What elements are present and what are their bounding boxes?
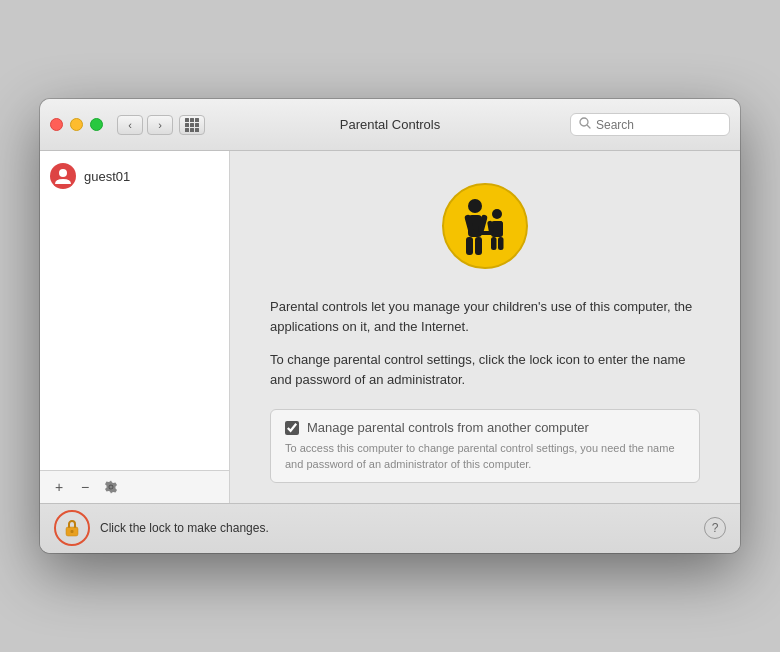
lock-icon (61, 517, 83, 539)
traffic-lights (50, 118, 103, 131)
svg-rect-19 (71, 524, 73, 528)
manage-checkbox[interactable] (285, 421, 299, 435)
user-list: guest01 (40, 151, 229, 470)
close-button[interactable] (50, 118, 63, 131)
minimize-button[interactable] (70, 118, 83, 131)
checkbox-section: Manage parental controls from another co… (270, 409, 700, 483)
lock-text: Click the lock to make changes. (100, 521, 694, 535)
main-window: ‹ › Parental Controls (40, 99, 740, 553)
sidebar: guest01 + − (40, 151, 230, 503)
svg-rect-8 (466, 237, 473, 255)
checkbox-description: To access this computer to change parent… (285, 441, 685, 472)
grid-view-button[interactable] (179, 115, 205, 135)
maximize-button[interactable] (90, 118, 103, 131)
sidebar-toolbar: + − (40, 470, 229, 503)
parental-controls-icon (440, 181, 530, 271)
lock-button[interactable] (54, 510, 90, 546)
settings-button[interactable] (100, 476, 122, 498)
description-text-1: Parental controls let you manage your ch… (270, 297, 700, 336)
svg-point-10 (492, 209, 502, 219)
window-title: Parental Controls (340, 117, 440, 132)
grid-icon (185, 118, 199, 132)
svg-rect-15 (498, 237, 504, 250)
nav-buttons: ‹ › (117, 115, 173, 135)
svg-point-4 (468, 199, 482, 213)
main-panel: Parental controls let you manage your ch… (230, 151, 740, 503)
user-label: guest01 (84, 169, 130, 184)
titlebar: ‹ › Parental Controls (40, 99, 740, 151)
back-button[interactable]: ‹ (117, 115, 143, 135)
svg-rect-9 (475, 237, 482, 255)
content-area: guest01 + − (40, 151, 740, 503)
remove-user-button[interactable]: − (74, 476, 96, 498)
checkbox-label: Manage parental controls from another co… (307, 420, 589, 435)
svg-rect-18 (71, 530, 74, 533)
svg-rect-14 (491, 237, 497, 250)
search-icon (579, 117, 591, 132)
search-box[interactable] (570, 113, 730, 136)
svg-rect-16 (479, 231, 493, 235)
svg-point-2 (59, 169, 67, 177)
description-text-2: To change parental control settings, cli… (270, 350, 700, 389)
checkbox-row: Manage parental controls from another co… (285, 420, 685, 435)
help-button[interactable]: ? (704, 517, 726, 539)
sidebar-item-guest01[interactable]: guest01 (40, 157, 229, 195)
avatar (50, 163, 76, 189)
svg-line-1 (588, 126, 591, 129)
svg-point-0 (580, 118, 588, 126)
forward-button[interactable]: › (147, 115, 173, 135)
search-input[interactable] (596, 118, 721, 132)
bottombar: Click the lock to make changes. ? (40, 503, 740, 553)
parental-icon-container (440, 181, 530, 275)
add-user-button[interactable]: + (48, 476, 70, 498)
